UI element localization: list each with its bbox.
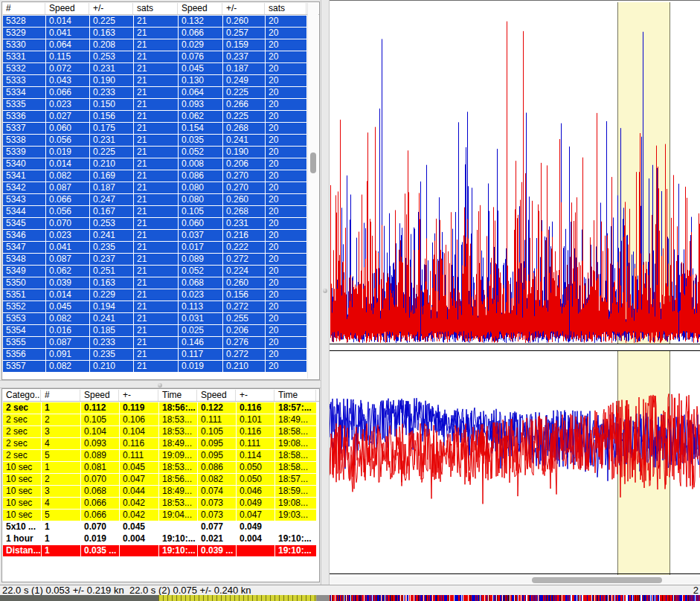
column-header[interactable]: # xyxy=(42,390,80,401)
table-row[interactable]: 53330.0430.190210.1300.24920 xyxy=(3,75,319,86)
column-header[interactable]: sats xyxy=(134,3,178,14)
table-row[interactable]: 53290.0410.163210.0660.25720 xyxy=(3,28,319,39)
table-row[interactable]: 53350.0230.150210.0930.26620 xyxy=(3,99,319,110)
column-header[interactable]: Speed xyxy=(46,3,89,14)
table-cell: 0.115 xyxy=(46,51,89,62)
table-cell: 0.224 xyxy=(223,266,265,277)
table-cell: 0.068 xyxy=(179,277,222,289)
chart-scrollbar-thumb[interactable] xyxy=(532,577,662,583)
table-cell: 20 xyxy=(266,325,306,336)
table-row[interactable]: 10 sec30.0680.04418:49...0.0740.04618:59… xyxy=(3,486,319,497)
table-row[interactable]: 2 sec40.0930.11618:49...0.0950.11119:08.… xyxy=(3,438,319,449)
track-table-scrollbar[interactable] xyxy=(307,3,318,379)
column-header[interactable]: +- xyxy=(120,390,158,401)
table-row[interactable]: 53440.0560.167210.1050.26820 xyxy=(3,206,319,217)
table-row[interactable]: 53500.0390.163210.0680.26020 xyxy=(3,277,319,289)
table-row[interactable]: 10 sec10.0810.04518:53...0.0860.05018:58… xyxy=(3,462,319,473)
table-cell: 19:10:... xyxy=(275,545,316,556)
table-row[interactable]: 53420.0870.187210.0800.27020 xyxy=(3,182,319,193)
table-row[interactable]: 53340.0660.233210.0640.22520 xyxy=(3,87,319,98)
vertical-splitter[interactable] xyxy=(321,0,330,585)
table-row[interactable]: 53320.0720.231210.0450.18720 xyxy=(3,63,319,74)
table-cell: 20 xyxy=(266,254,306,265)
table-cell: 5349 xyxy=(3,266,45,277)
table-row[interactable]: 53390.0190.225210.0520.19020 xyxy=(3,147,319,158)
table-cell: 0.187 xyxy=(223,63,265,74)
table-cell: 20 xyxy=(266,147,306,158)
table-row[interactable]: 53370.0600.175210.1540.26820 xyxy=(3,123,319,134)
table-row[interactable]: 10 sec50.0660.04219:04...0.0730.04719:03… xyxy=(3,510,319,521)
table-cell: 4 xyxy=(42,438,80,449)
column-header[interactable]: sats xyxy=(266,3,306,14)
column-header[interactable]: Time xyxy=(159,390,197,401)
column-header[interactable]: # xyxy=(3,3,45,14)
table-cell: 0.087 xyxy=(46,182,89,193)
table-row[interactable]: 53550.0870.233210.1460.27620 xyxy=(3,337,319,348)
table-cell: 5354 xyxy=(3,325,45,336)
table-cell: 5345 xyxy=(3,218,45,229)
table-cell: 0.210 xyxy=(90,158,133,170)
track-table-scrollbar-thumb[interactable] xyxy=(310,152,316,173)
table-row[interactable]: 53520.0450.194210.1130.27220 xyxy=(3,301,319,312)
table-row[interactable]: 2 sec20.1050.10618:53...0.1110.10118:49.… xyxy=(3,414,319,425)
column-header[interactable]: Speed xyxy=(198,390,236,401)
table-row[interactable]: 53530.0820.241210.0310.25520 xyxy=(3,313,319,324)
table-row[interactable]: 5x10 ...10.0700.0450.0770.049 xyxy=(3,521,319,533)
table-cell: 0.190 xyxy=(223,147,265,158)
table-row[interactable]: 53460.0230.241210.0370.21620 xyxy=(3,230,319,241)
table-row[interactable]: 53410.0820.169210.0860.27020 xyxy=(3,170,319,181)
table-row[interactable]: 53380.0560.231210.0350.24120 xyxy=(3,135,319,146)
table-cell: 21 xyxy=(134,28,178,39)
column-header[interactable]: +/- xyxy=(90,3,133,14)
table-cell: 5338 xyxy=(3,135,45,146)
table-cell xyxy=(275,521,316,533)
table-row[interactable]: 10 sec20.0700.04718:56...0.0820.05018:57… xyxy=(3,474,319,485)
column-header[interactable]: +- xyxy=(237,390,274,401)
table-row[interactable]: 53510.0140.229210.0230.15620 xyxy=(3,289,319,300)
table-row[interactable]: 10 sec40.0660.04218:53...0.0730.04919:08… xyxy=(3,498,319,509)
table-cell: 20 xyxy=(266,361,306,372)
table-row[interactable]: 53400.0140.210210.0080.20620 xyxy=(3,158,319,170)
table-row[interactable]: 53300.0640.208210.0290.15920 xyxy=(3,39,319,51)
table-row[interactable]: 53470.0410.235210.0170.22220 xyxy=(3,242,319,253)
table-row[interactable]: 53560.0910.235210.1170.27220 xyxy=(3,349,319,360)
table-cell: 0.045 xyxy=(46,301,89,312)
table-cell: 0.270 xyxy=(223,182,265,193)
table-cell: 21 xyxy=(134,51,178,62)
column-header[interactable]: +/- xyxy=(223,3,265,14)
table-row[interactable]: 2 sec50.0890.11119:09...0.0950.11418:58.… xyxy=(3,450,319,461)
table-row[interactable]: 2 sec30.1040.10418:53...0.1050.11618:58.… xyxy=(3,426,319,437)
column-header[interactable]: Speed xyxy=(179,3,222,14)
speed-spikes-chart-canvas[interactable] xyxy=(330,2,700,344)
table-cell: 21 xyxy=(134,277,178,289)
table-cell: 0.163 xyxy=(90,28,133,39)
table-cell: 0.050 xyxy=(237,474,274,485)
results-table-header: Catego...#Speed+-TimeSpeed+-Time xyxy=(3,390,319,402)
table-row[interactable]: 53480.0870.237210.0890.27220 xyxy=(3,254,319,265)
table-row[interactable]: 53310.1150.253210.0760.23720 xyxy=(3,51,319,62)
table-row[interactable]: 53280.0140.225210.1320.26020 xyxy=(3,16,319,27)
table-cell: 5356 xyxy=(3,349,45,360)
column-header[interactable]: Speed xyxy=(81,390,119,401)
table-row[interactable]: 2 sec10.1120.11918:56:...0.1220.11618:57… xyxy=(3,402,319,414)
table-cell: 0.255 xyxy=(223,313,265,324)
table-row[interactable]: 1 hour10.0190.00419:10:...0.0210.00419:1… xyxy=(3,533,319,544)
table-row[interactable]: Distan...10.035 ...19:10:...0.039 ...19:… xyxy=(3,545,319,556)
chart-scrollbar[interactable] xyxy=(330,576,700,584)
column-header[interactable]: Catego... xyxy=(3,390,41,401)
table-row[interactable]: 53450.0700.253210.0600.23120 xyxy=(3,218,319,229)
table-cell: 0.035 xyxy=(179,135,222,146)
speed-waveform-chart-canvas[interactable] xyxy=(330,350,700,575)
column-header[interactable]: Time xyxy=(275,390,316,401)
table-cell: 0.004 xyxy=(120,533,158,544)
table-row[interactable]: 53360.0270.156210.0620.22520 xyxy=(3,111,319,122)
table-row[interactable]: 53540.0160.185210.0250.20620 xyxy=(3,325,319,336)
table-cell: 0.130 xyxy=(179,75,222,86)
table-cell: 0.260 xyxy=(223,277,265,289)
horizontal-splitter[interactable] xyxy=(0,380,321,388)
table-row[interactable]: 53490.0620.251210.0520.22420 xyxy=(3,266,319,277)
table-row[interactable]: 53570.0820.210210.0190.21020 xyxy=(3,361,319,372)
table-cell: 0.073 xyxy=(198,498,236,509)
table-row[interactable]: 53430.0660.247210.0800.26020 xyxy=(3,194,319,205)
table-cell: 0.004 xyxy=(237,533,274,544)
